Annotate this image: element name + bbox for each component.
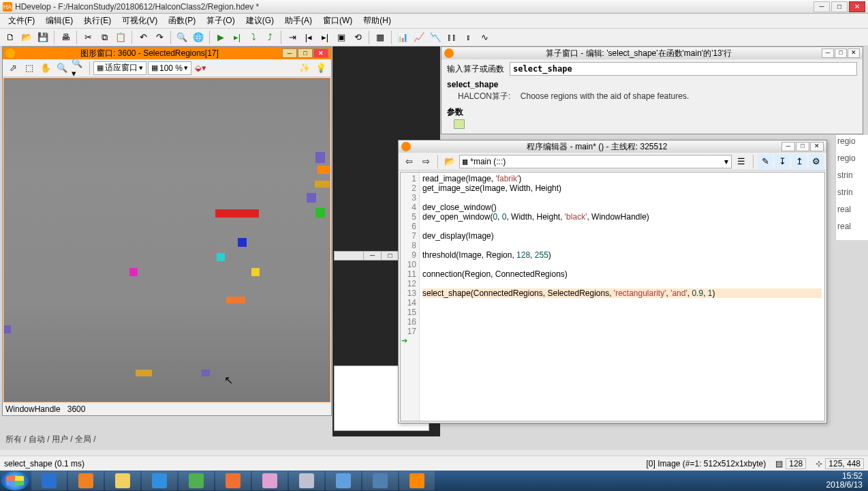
taskbar-app-app1[interactable] (326, 471, 361, 490)
open-icon[interactable]: 📂 (19, 30, 34, 45)
graphics-window-titlebar[interactable]: 图形窗口: 3600 - SelectedRegions[17] ─ □ ✕ (3, 47, 331, 59)
system-tray[interactable]: 15:52 2018/6/13 (822, 472, 867, 490)
code-editor[interactable]: 1234567891011121314151617 read_image(Ima… (400, 172, 825, 421)
zoom-icon[interactable]: 🔍 (55, 61, 69, 76)
new-icon[interactable]: 🗋 (3, 30, 18, 45)
menu-window[interactable]: 窗口(W) (317, 14, 358, 28)
edit-icon-3[interactable]: ↥ (792, 154, 807, 169)
prog-close-button[interactable]: ✕ (810, 142, 824, 151)
menu-suggest[interactable]: 建议(G) (241, 14, 279, 28)
step-over-icon[interactable]: ▸| (230, 30, 245, 45)
edit-icon-4[interactable]: ⚙ (809, 154, 824, 169)
taskbar-app-wps-spreadsheet[interactable] (179, 471, 214, 490)
param-type-column: regioregiostrinstrinrealreal (835, 135, 868, 240)
step-into-icon[interactable]: ⤵ (246, 30, 261, 45)
hand-icon[interactable]: ✋ (38, 61, 53, 76)
step-out-icon[interactable]: ⤴ (262, 30, 277, 45)
run-to-cursor-icon[interactable]: ⇥ (285, 30, 300, 45)
taskbar-app-wps-present[interactable] (215, 471, 251, 490)
skip-back-icon[interactable]: |◂ (301, 30, 316, 45)
zoom-combo[interactable]: ▦ 100 % ▾ (148, 61, 191, 75)
cut-icon[interactable]: ✂ (80, 30, 95, 45)
measure-icon[interactable]: ∿ (477, 30, 492, 45)
window-new-icon[interactable]: ▦ (373, 30, 388, 45)
menu-file[interactable]: 文件(F) (3, 14, 40, 28)
chart1-icon[interactable]: 📊 (395, 30, 410, 45)
fit-combo[interactable]: ▦ 适应窗口 ▾ (93, 61, 146, 75)
run-icon[interactable]: ▶ (213, 30, 228, 45)
graphics-status: WindowHandle 3600 (3, 403, 331, 415)
paste-icon[interactable]: 📋 (113, 30, 128, 45)
menu-operator[interactable]: 算子(O) (201, 14, 240, 28)
pointer-icon[interactable]: ⬀ (5, 61, 20, 76)
menu-procedures[interactable]: 函数(P) (163, 14, 201, 28)
chart4-icon[interactable]: ⫿⫿ (444, 30, 459, 45)
save-icon[interactable]: 💾 (35, 30, 50, 45)
taskbar-app-media[interactable] (68, 471, 104, 490)
bulb-icon[interactable]: 💡 (313, 61, 328, 76)
menu-visualize[interactable]: 可视化(V) (117, 14, 163, 28)
variable-tab-strip[interactable]: 所有 / 自动 / 用户 / 全局 / (5, 434, 96, 445)
open-proc-icon[interactable]: 📂 (442, 154, 457, 169)
menu-execute[interactable]: 执行(E) (78, 14, 117, 28)
window-minimize-button[interactable]: ─ (813, 1, 830, 12)
nav-back-icon[interactable]: ⇦ (401, 154, 416, 169)
operator-window-icon (444, 48, 454, 58)
program-editor-window: 程序编辑器 - main* () - 主线程: 325512 ─ □ ✕ ⇦ ⇨… (398, 140, 827, 423)
operator-name-input[interactable]: select_shape (510, 62, 857, 76)
zoom-drop-icon[interactable]: 🔍▾ (71, 61, 86, 76)
op-maximize-button[interactable]: □ (835, 48, 847, 58)
op-minimize-button[interactable]: ─ (822, 48, 834, 58)
minimized-window-bar[interactable]: ─□ (334, 251, 399, 261)
taskbar-app-explorer[interactable] (105, 471, 140, 490)
operator-window-titlebar[interactable]: 算子窗口 - 编辑: 'select_shape'在函数'main'的'13'行… (441, 47, 863, 59)
region-rect (136, 370, 152, 376)
find-icon[interactable]: 🔍 (174, 30, 189, 45)
chart3-icon[interactable]: 📉 (428, 30, 443, 45)
menu-help[interactable]: 帮助(H) (358, 14, 397, 28)
start-button[interactable] (1, 471, 29, 490)
program-editor-title: 程序编辑器 - main* () - 主线程: 325512 (414, 141, 781, 153)
chart2-icon[interactable]: 📈 (412, 30, 427, 45)
region-rect (217, 253, 225, 261)
redo-icon[interactable]: ↷ (152, 30, 167, 45)
chart5-icon[interactable]: ⫾ (461, 30, 476, 45)
menu-edit[interactable]: 编辑(E) (40, 14, 78, 28)
procedure-selector[interactable]: ▦ *main (:::)▾ (459, 155, 732, 168)
proc-list-icon[interactable]: ☰ (734, 154, 749, 169)
prog-maximize-button[interactable]: □ (796, 142, 809, 151)
reset-icon[interactable]: ⟲ (350, 30, 365, 45)
edit-icon-2[interactable]: ↧ (775, 154, 790, 169)
web-icon[interactable]: 🌐 (191, 30, 206, 45)
program-editor-titlebar[interactable]: 程序编辑器 - main* () - 主线程: 325512 ─ □ ✕ (399, 140, 826, 153)
edit-icon-1[interactable]: ✎ (758, 154, 773, 169)
window-close-button[interactable]: ✕ (849, 1, 865, 12)
skip-fwd-icon[interactable]: ▸| (317, 30, 332, 45)
select-rect-icon[interactable]: ⬚ (22, 61, 37, 76)
taskbar-app-hdevelop[interactable] (399, 471, 435, 490)
taskbar-app-wps-writer[interactable] (142, 471, 177, 490)
operator-window-title: 算子窗口 - 编辑: 'select_shape'在函数'main'的'13'行 (456, 48, 821, 59)
prog-minimize-button[interactable]: ─ (781, 142, 795, 151)
taskbar-app-app2[interactable] (362, 471, 398, 490)
taskbar-app-paint[interactable] (252, 471, 288, 490)
graphics-window-icon (5, 48, 15, 58)
gfx-status-label: WindowHandle (5, 404, 61, 414)
color-pick-icon[interactable]: ⬙▾ (193, 61, 208, 76)
gfx-maximize-button[interactable]: □ (298, 48, 313, 58)
window-maximize-button[interactable]: □ (831, 1, 848, 12)
op-close-button[interactable]: ✕ (848, 48, 860, 58)
graphics-canvas[interactable]: ↖ (3, 78, 330, 402)
gfx-minimize-button[interactable]: ─ (282, 48, 297, 58)
nav-forward-icon[interactable]: ⇨ (418, 154, 433, 169)
wand-icon[interactable]: ✨ (297, 61, 312, 76)
code-text[interactable]: read_image(Image, 'fabrik')get_image_siz… (420, 173, 824, 421)
copy-icon[interactable]: ⧉ (97, 30, 112, 45)
menu-assistant[interactable]: 助手(A) (279, 14, 317, 28)
taskbar-app-ie[interactable] (31, 471, 67, 490)
print-icon[interactable]: 🖶 (58, 30, 73, 45)
taskbar-app-calc[interactable] (289, 471, 324, 490)
stop-icon[interactable]: ▣ (334, 30, 349, 45)
gfx-close-button[interactable]: ✕ (313, 48, 328, 58)
undo-icon[interactable]: ↶ (136, 30, 151, 45)
